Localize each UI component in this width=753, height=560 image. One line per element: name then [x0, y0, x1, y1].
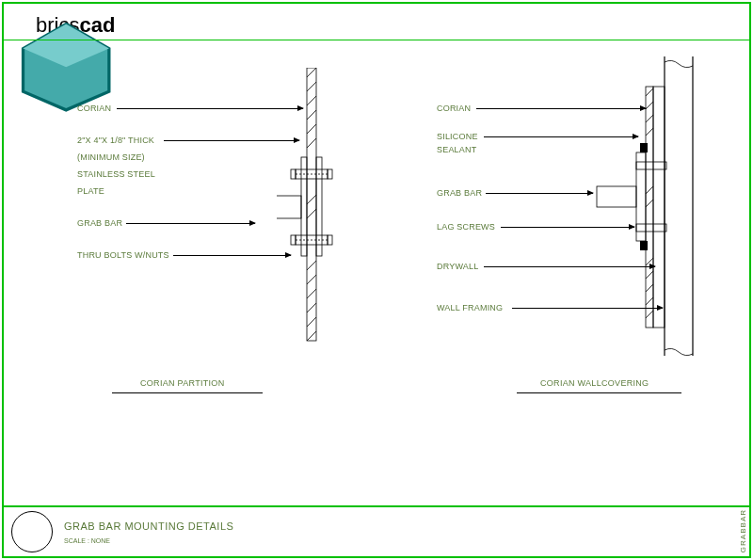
svg-line-13: [307, 317, 316, 327]
svg-line-6: [307, 110, 316, 120]
svg-rect-27: [277, 196, 301, 218]
svg-line-14: [307, 331, 316, 341]
svg-line-35: [646, 128, 653, 136]
arrow-lag: [501, 227, 634, 228]
svg-line-37: [646, 200, 653, 207]
svg-line-39: [646, 271, 653, 279]
svg-line-9: [307, 261, 316, 270]
drawing-title: GRAB BAR MOUNTING DETAILS: [64, 520, 233, 532]
arrow-corian-right: [476, 108, 646, 109]
svg-line-42: [646, 311, 653, 318]
label-sealant: SEALANT: [437, 145, 476, 154]
left-detail-drawing: [277, 68, 371, 350]
svg-line-34: [646, 115, 653, 122]
svg-line-12: [307, 303, 316, 312]
svg-rect-48: [597, 186, 636, 207]
svg-line-32: [646, 88, 653, 96]
svg-line-3: [307, 68, 316, 77]
side-label: GRABBAR: [739, 509, 747, 552]
label-silicone: SILICONE: [437, 132, 478, 141]
svg-rect-46: [636, 162, 666, 169]
arrow-corian-left: [117, 108, 303, 109]
label-steel: STAINLESS STEEL: [77, 169, 155, 179]
svg-line-16: [307, 209, 316, 218]
svg-line-36: [646, 186, 653, 194]
svg-rect-30: [653, 87, 665, 328]
label-grab-left: GRAB BAR: [77, 218, 122, 228]
detail-marker-circle: [11, 511, 53, 552]
svg-rect-2: [307, 68, 316, 341]
subtitle-left: CORIAN PARTITION: [140, 378, 224, 388]
label-lag: LAG SCREWS: [437, 222, 495, 232]
arrow-framing: [512, 308, 663, 309]
subtitle-line-left: [112, 392, 263, 393]
label-plate: PLATE: [77, 186, 104, 196]
logo-icon: [17, 18, 32, 33]
label-framing: WALL FRAMING: [437, 303, 503, 312]
subtitle-line-right: [517, 392, 681, 393]
svg-line-4: [307, 82, 316, 91]
svg-rect-43: [640, 143, 648, 152]
svg-line-15: [307, 195, 316, 204]
arrow-grab-right: [486, 193, 593, 194]
label-corian-left: CORIAN: [77, 104, 111, 113]
svg-line-8: [307, 138, 316, 148]
svg-rect-47: [636, 224, 666, 232]
arrow-plate: [164, 140, 299, 141]
right-detail-drawing: [587, 56, 729, 358]
label-drywall: DRYWALL: [437, 262, 478, 271]
svg-line-10: [307, 275, 316, 284]
svg-line-41: [646, 297, 653, 305]
arrow-bolts: [173, 255, 291, 256]
arrow-sealant: [484, 136, 638, 137]
arrow-drywall: [484, 266, 655, 267]
svg-rect-45: [636, 152, 646, 241]
subtitle-right: CORIAN WALLCOVERING: [540, 378, 649, 388]
brand-logo: bricscad: [17, 13, 115, 38]
svg-line-40: [646, 284, 653, 292]
svg-rect-21: [328, 169, 332, 179]
svg-line-33: [646, 102, 653, 109]
label-grab-right: GRAB BAR: [437, 188, 482, 198]
svg-rect-44: [640, 241, 648, 250]
svg-rect-31: [646, 87, 653, 328]
svg-rect-25: [328, 235, 332, 245]
title-bar: GRAB BAR MOUNTING DETAILS SCALE : NONE: [4, 505, 749, 556]
label-corian-right: CORIAN: [437, 104, 471, 113]
arrow-grab-left: [126, 223, 255, 224]
svg-rect-20: [291, 169, 296, 179]
drawing-canvas: CORIAN 2"X 4"X 1/8" THICK (MINIMUM SIZE)…: [4, 40, 749, 505]
svg-rect-24: [291, 235, 296, 245]
svg-rect-18: [316, 157, 322, 256]
svg-rect-17: [301, 157, 307, 256]
svg-line-5: [307, 96, 316, 105]
svg-line-7: [307, 124, 316, 134]
svg-line-11: [307, 289, 316, 298]
scale-note: SCALE : NONE: [64, 537, 233, 544]
label-min: (MINIMUM SIZE): [77, 152, 145, 162]
label-thick: 2"X 4"X 1/8" THICK: [77, 136, 154, 145]
label-bolts: THRU BOLTS W/NUTS: [77, 250, 169, 260]
